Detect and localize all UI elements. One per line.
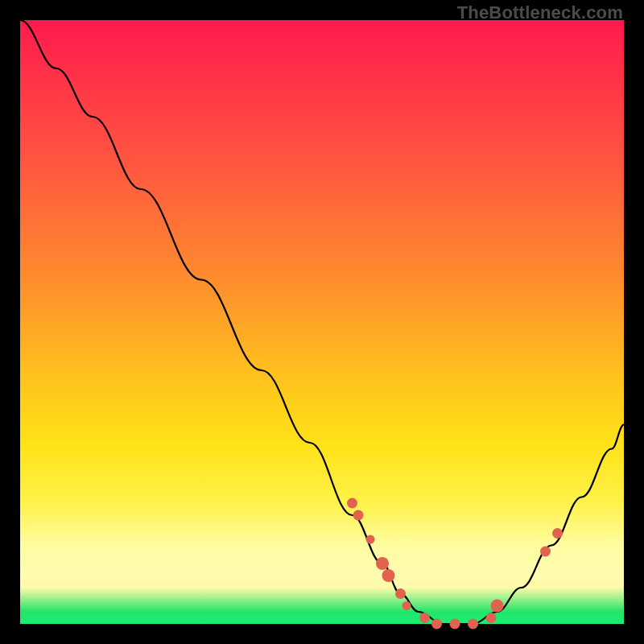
chart-marker [347,498,357,509]
chart-marker [552,528,563,539]
chart-frame [20,20,624,624]
chart-marker [450,619,460,630]
chart-marker [419,613,430,623]
chart-marker [431,619,442,630]
chart-svg [20,20,624,624]
chart-marker [486,613,497,623]
chart-marker [468,619,478,630]
bottleneck-curve [20,20,624,624]
chart-marker [491,600,504,613]
chart-marker [366,535,375,544]
chart-marker [353,510,364,521]
chart-marker [376,557,389,570]
chart-marker [402,601,411,610]
chart-marker [382,569,395,582]
chart-markers [347,498,563,630]
chart-marker [395,588,406,599]
chart-marker [540,547,551,557]
